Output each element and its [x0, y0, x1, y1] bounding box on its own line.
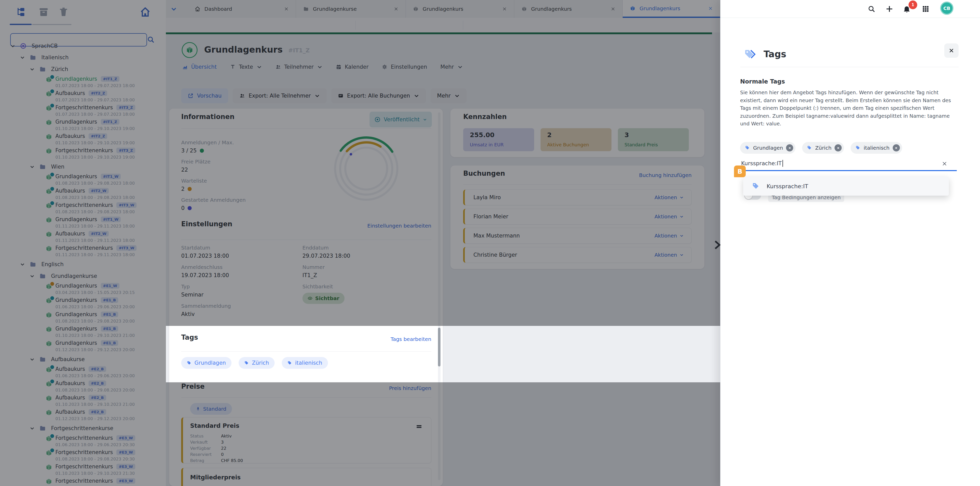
- close-tab-icon[interactable]: [394, 6, 398, 11]
- button-export-alle-buchungen[interactable]: Export: Alle Buchungen: [331, 88, 426, 103]
- tree-course-item[interactable]: Grundlagenkurs#E1_W 03.04.2023 18:00 - 1…: [0, 282, 166, 296]
- tree-folder-item[interactable]: Aufbaukurse: [0, 354, 166, 365]
- card-scrollbar-track[interactable]: [438, 112, 441, 480]
- card-scrollbar-thumb[interactable]: [438, 328, 441, 366]
- tree-course-item[interactable]: Grundlagenkurs#IT1_W 01.08.2023 18:00 - …: [0, 173, 166, 187]
- tree-course-item[interactable]: Aufbaukurs#E2_B 01.12.2023 18:00 - 29.12…: [0, 408, 166, 422]
- close-tab-icon[interactable]: [502, 6, 507, 11]
- chevron-down-icon[interactable]: [20, 55, 25, 60]
- course-tab-mehr[interactable]: Mehr: [441, 64, 463, 70]
- trash-icon[interactable]: [58, 6, 69, 18]
- close-tab-icon[interactable]: [611, 6, 615, 11]
- close-drawer-button[interactable]: [944, 43, 959, 58]
- tab-grundlagenkurs[interactable]: Grundlagenkurs: [514, 0, 623, 18]
- course-tab-teilnehmer[interactable]: Teilnehmer: [275, 64, 323, 70]
- booking-actions-button[interactable]: Aktionen: [654, 252, 684, 258]
- tree-folder-item[interactable]: Fortgeschrittenenkurse: [0, 422, 166, 434]
- tree-view-icon[interactable]: [16, 6, 27, 18]
- course-tab-einstellungen[interactable]: Einstellungen: [382, 64, 427, 70]
- chevron-down-icon[interactable]: [10, 43, 15, 48]
- clear-input-icon[interactable]: [942, 161, 947, 167]
- tree-root-item[interactable]: SprachCB: [0, 40, 166, 52]
- tag-suggestion-item[interactable]: Kurssprache:IT: [743, 177, 949, 196]
- tree-course-item[interactable]: Aufbaukurs#IT2_Z 01.07.2023 18:00 - 29.0…: [0, 89, 166, 104]
- archive-icon[interactable]: [38, 6, 49, 18]
- tree-course-item[interactable]: Grundlagenkurs#E1_B 01.12.2023 18:00 - 2…: [0, 339, 166, 354]
- remove-tag-icon[interactable]: [893, 144, 900, 151]
- course-tab-übersicht[interactable]: Übersicht: [182, 64, 217, 70]
- tree-folder-item[interactable]: Wien: [0, 161, 166, 173]
- course-tab-kalender[interactable]: Kalender: [336, 64, 369, 70]
- drawer-tag-chip-italienisch[interactable]: italienisch: [851, 142, 902, 154]
- course-tab-texte[interactable]: Texte: [230, 64, 262, 70]
- chevron-down-icon[interactable]: [30, 274, 35, 279]
- tree-course-item[interactable]: Fortgeschrittenenkurs#E3_W 01.12.2023 18…: [0, 477, 166, 486]
- booking-actions-button[interactable]: Aktionen: [654, 214, 684, 220]
- tree-course-item[interactable]: Grundlagenkurs#IT1_W 01.11.2023 18:00 - …: [0, 215, 166, 230]
- tree-course-item[interactable]: Aufbaukurs#E2_B 01.08.2023 18:00 - 29.08…: [0, 379, 166, 394]
- booking-row[interactable]: Layla Miro Aktionen: [463, 190, 692, 206]
- tree-course-item[interactable]: Fortgeschrittenenkurs#IT3_Z 01.07.2023 1…: [0, 104, 166, 118]
- tree-course-item[interactable]: Fortgeschrittenenkurs#E3_W 01.10.2023 18…: [0, 463, 166, 477]
- tree-course-item[interactable]: Aufbaukurs#IT2_W 01.08.2023 18:00 - 29.0…: [0, 187, 166, 201]
- edit-tags-link[interactable]: Tags bearbeiten: [266, 336, 431, 342]
- tree-course-item[interactable]: Fortgeschrittenenkurs#IT3_W 01.11.2023 1…: [0, 244, 166, 258]
- tree-folder-item[interactable]: Grundlagenkurse: [0, 270, 166, 282]
- pinned-price-chip[interactable]: Standard: [190, 403, 232, 415]
- tree-course-item[interactable]: Aufbaukurs#IT2_Z 01.10.2023 18:00 - 29.1…: [0, 132, 166, 147]
- tag-chip-grundlagen[interactable]: Grundlagen: [181, 357, 231, 369]
- tab-grundlagenkurs[interactable]: Grundlagenkurs: [623, 0, 720, 18]
- close-tab-icon[interactable]: [708, 6, 713, 11]
- apps-grid-icon[interactable]: [922, 5, 929, 13]
- edit-settings-link[interactable]: Einstellungen bearbeiten: [266, 223, 431, 229]
- button-mehr[interactable]: Mehr: [431, 88, 466, 103]
- tree-folder-item[interactable]: Italienisch: [0, 52, 166, 63]
- tree-course-item[interactable]: Grundlagenkurs#E1_B 01.08.2023 18:00 - 2…: [0, 311, 166, 325]
- button-vorschau[interactable]: Vorschau: [181, 88, 228, 103]
- home-icon[interactable]: [140, 6, 151, 18]
- tag-chip-italienisch[interactable]: italienisch: [282, 357, 328, 369]
- booking-actions-button[interactable]: Aktionen: [654, 194, 684, 201]
- add-icon[interactable]: [885, 5, 894, 13]
- chevron-down-icon[interactable]: [30, 164, 35, 169]
- tree-course-item[interactable]: Aufbaukurs#E2_B 01.10.2023 18:00 - 29.10…: [0, 394, 166, 408]
- tree-course-item[interactable]: Aufbaukurs#E2_B 01.06.2023 18:00 - 29.06…: [0, 365, 166, 379]
- chevron-down-icon[interactable]: [30, 357, 35, 362]
- tag-input[interactable]: Kurssprache:IT: [741, 160, 783, 167]
- global-search-icon[interactable]: [868, 5, 875, 13]
- chevron-down-icon[interactable]: [20, 262, 25, 267]
- tree-course-item[interactable]: Aufbaukurs#IT2_W 01.11.2023 18:00 - 29.1…: [0, 230, 166, 244]
- tabs-chevron-down-icon[interactable]: [170, 6, 177, 12]
- add-price-link[interactable]: Preis hinzufügen: [266, 385, 431, 391]
- booking-row[interactable]: Christine Bürger Aktionen: [463, 247, 692, 263]
- tree-course-item[interactable]: Grundlagenkurs#E1_B 01.06.2023 18:00 - 2…: [0, 296, 166, 311]
- tab-dashboard[interactable]: Dashboard: [188, 0, 296, 18]
- booking-row[interactable]: Florian Meier Aktionen: [463, 209, 692, 225]
- booking-row[interactable]: Max Mustermann Aktionen: [463, 228, 692, 244]
- chevron-down-icon[interactable]: [30, 426, 35, 431]
- tab-grundlagenkurse[interactable]: Grundlagenkurse: [296, 0, 406, 18]
- tree-course-item[interactable]: Fortgeschrittenenkurs#E3_W 01.06.2023 18…: [0, 434, 166, 448]
- tree-course-item[interactable]: Fortgeschrittenenkurs#IT3_W 01.08.2023 1…: [0, 201, 166, 215]
- chevron-down-icon[interactable]: [30, 67, 35, 72]
- status-dropdown-button[interactable]: Veröffentlicht: [369, 112, 432, 127]
- collapse-panel-chevron-icon[interactable]: [711, 239, 723, 251]
- tag-chip-zürich[interactable]: Zürich: [239, 357, 275, 369]
- drawer-tag-chip-grundlagen[interactable]: Grundlagen: [740, 142, 795, 154]
- tree-course-item[interactable]: Fortgeschrittenenkurs#E3_W 01.08.2023 18…: [0, 448, 166, 463]
- tree-course-item[interactable]: Grundlagenkurs#IT1_Z 01.07.2023 18:00 - …: [0, 75, 166, 89]
- tree-course-item[interactable]: Grundlagenkurs#E1_B 01.10.2023 18:00 - 2…: [0, 325, 166, 339]
- remove-tag-icon[interactable]: [786, 144, 793, 151]
- close-tab-icon[interactable]: [284, 6, 289, 11]
- tab-grundlagenkurs[interactable]: Grundlagenkurs: [406, 0, 514, 18]
- drag-handle-icon[interactable]: [415, 423, 423, 430]
- add-booking-link[interactable]: Buchung hinzufügen: [574, 172, 692, 178]
- drawer-tag-chip-zürich[interactable]: Zürich: [802, 142, 844, 154]
- tree-course-item[interactable]: Fortgeschrittenenkurs#IT3_Z 01.10.2023 1…: [0, 147, 166, 161]
- tree-course-item[interactable]: Grundlagenkurs#IT1_Z 01.10.2023 18:00 - …: [0, 118, 166, 132]
- avatar[interactable]: CB: [940, 2, 953, 15]
- tree-folder-item[interactable]: Zürich: [0, 63, 166, 75]
- button-export-alle-teilnehmer[interactable]: Export: Alle Teilnehmer: [233, 88, 327, 103]
- booking-actions-button[interactable]: Aktionen: [654, 233, 684, 239]
- tree-folder-item[interactable]: Englisch: [0, 258, 166, 270]
